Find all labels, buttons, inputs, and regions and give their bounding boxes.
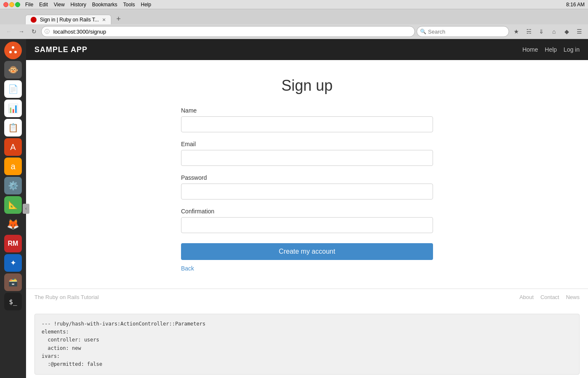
page-content: Sign up Name Email Password Confirmation: [26, 60, 588, 289]
password-label: Password: [181, 174, 433, 181]
menu-history[interactable]: History: [71, 2, 86, 8]
svg-point-2: [14, 51, 17, 53]
sidebar-icon-vscode[interactable]: ✦: [4, 254, 22, 272]
new-tab-button[interactable]: +: [113, 13, 124, 24]
tab-close-button[interactable]: ✕: [102, 17, 106, 23]
sidebar-icon-monkey[interactable]: 🐵: [4, 61, 22, 79]
debug-box: --- !ruby/hash-with-ivars:ActionControll…: [34, 314, 580, 375]
menu-file[interactable]: File: [25, 2, 33, 8]
confirmation-input[interactable]: [181, 217, 433, 233]
browser-chrome: Sign in | Ruby on Rails T... ✕ + ← → ↻ ⓘ…: [0, 9, 588, 39]
os-menubar: File Edit View History Bookmarks Tools H…: [0, 0, 588, 9]
reader-view-button[interactable]: ☵: [523, 26, 534, 37]
menu-help[interactable]: Help: [141, 2, 151, 8]
name-label: Name: [181, 107, 433, 114]
os-menu-bar-items: File Edit View History Bookmarks Tools H…: [25, 2, 151, 8]
reload-button[interactable]: ↻: [29, 26, 39, 37]
app-brand[interactable]: SAMPLE APP: [34, 45, 87, 54]
signup-container: Sign up Name Email Password Confirmation: [181, 77, 433, 272]
sidebar-icon-amazon[interactable]: a: [4, 158, 22, 175]
name-input[interactable]: [181, 116, 433, 132]
tab-favicon: [31, 17, 37, 23]
search-icon: 🔍: [420, 29, 426, 34]
sidebar-icon-calc[interactable]: 📊: [4, 100, 22, 117]
search-bar-wrap: 🔍: [417, 26, 509, 37]
footer-news[interactable]: News: [566, 294, 580, 300]
nav-login[interactable]: Log in: [564, 46, 580, 53]
main-layout: 🐵 📄 📊 📋 A a ⚙️ 📐 🦊 RM ✦: [0, 39, 588, 378]
email-input[interactable]: [181, 150, 433, 166]
home-button[interactable]: ⌂: [549, 26, 559, 37]
active-tab[interactable]: Sign in | Ruby on Rails T... ✕: [25, 15, 111, 24]
create-account-button[interactable]: Create my account: [181, 243, 433, 260]
name-field-group: Name: [181, 107, 433, 132]
browser-content: SAMPLE APP Home Help Log in Sign up Name…: [26, 39, 588, 378]
sidebar-icon-green[interactable]: 📐: [4, 196, 22, 214]
sidebar: 🐵 📄 📊 📋 A a ⚙️ 📐 🦊 RM ✦: [0, 39, 26, 378]
back-button[interactable]: ←: [3, 26, 14, 37]
menu-tools[interactable]: Tools: [123, 2, 135, 8]
app-nav-links: Home Help Log in: [522, 46, 580, 53]
menu-button[interactable]: ☰: [574, 26, 585, 37]
footer-contact[interactable]: Contact: [541, 294, 559, 300]
sidebar-icon-impress[interactable]: 📋: [4, 119, 22, 136]
sidebar-icon-ubuntu[interactable]: [4, 42, 22, 59]
forward-button[interactable]: →: [16, 26, 27, 37]
menu-bookmarks[interactable]: Bookmarks: [92, 2, 117, 8]
sidebar-collapse-button[interactable]: ‹: [23, 204, 29, 214]
ubuntu-logo: [7, 45, 19, 56]
password-input[interactable]: [181, 184, 433, 200]
pocket-button[interactable]: ◆: [561, 26, 572, 37]
footer-brand: The Ruby on Rails Tutorial: [34, 294, 99, 300]
email-label: Email: [181, 141, 433, 147]
page-title: Sign up: [181, 77, 433, 94]
browser-nav-icons: ★ ☵ ⇓ ⌂ ◆ ☰: [511, 26, 585, 37]
sidebar-icon-writer[interactable]: 📄: [4, 80, 22, 98]
address-bar-wrap: ⓘ: [41, 26, 415, 37]
download-button[interactable]: ⇓: [536, 26, 547, 37]
browser-nav-bar: ← → ↻ ⓘ 🔍 ★ ☵ ⇓ ⌂ ◆ ☰: [0, 24, 588, 39]
email-field-group: Email: [181, 141, 433, 166]
sidebar-icon-rubymine[interactable]: RM: [4, 235, 22, 252]
menu-edit[interactable]: Edit: [39, 2, 48, 8]
svg-point-1: [12, 46, 14, 49]
password-field-group: Password: [181, 174, 433, 200]
sidebar-icon-terminal[interactable]: $_: [4, 293, 22, 310]
window-maximize-button[interactable]: [15, 2, 20, 7]
os-clock: 8:16 AM: [566, 2, 585, 8]
sidebar-icon-settings[interactable]: ⚙️: [4, 177, 22, 194]
nav-help[interactable]: Help: [545, 46, 557, 53]
address-bar[interactable]: [41, 26, 415, 37]
confirmation-label: Confirmation: [181, 208, 433, 215]
nav-home[interactable]: Home: [522, 46, 538, 53]
window-minimize-button[interactable]: [9, 2, 14, 7]
footer-links: About Contact News: [520, 294, 580, 300]
app-footer: The Ruby on Rails Tutorial About Contact…: [26, 289, 588, 305]
search-input[interactable]: [417, 26, 509, 37]
confirmation-field-group: Confirmation: [181, 208, 433, 233]
svg-point-3: [9, 51, 12, 53]
window-close-button[interactable]: [3, 2, 8, 7]
menu-view[interactable]: View: [54, 2, 65, 8]
bookmark-star-button[interactable]: ★: [511, 26, 522, 37]
address-info-icon: ⓘ: [45, 28, 50, 35]
tab-bar: Sign in | Ruby on Rails T... ✕ +: [0, 9, 588, 24]
tab-title: Sign in | Ruby on Rails T...: [40, 17, 99, 23]
sidebar-icon-firefox[interactable]: 🦊: [4, 215, 22, 233]
sidebar-icon-fontforge[interactable]: A: [4, 138, 22, 156]
app-navbar: SAMPLE APP Home Help Log in: [26, 39, 588, 60]
back-link[interactable]: Back: [181, 265, 433, 272]
sidebar-icon-files[interactable]: 🗃️: [4, 273, 22, 291]
os-traffic-lights: [3, 2, 20, 7]
footer-about[interactable]: About: [520, 294, 534, 300]
